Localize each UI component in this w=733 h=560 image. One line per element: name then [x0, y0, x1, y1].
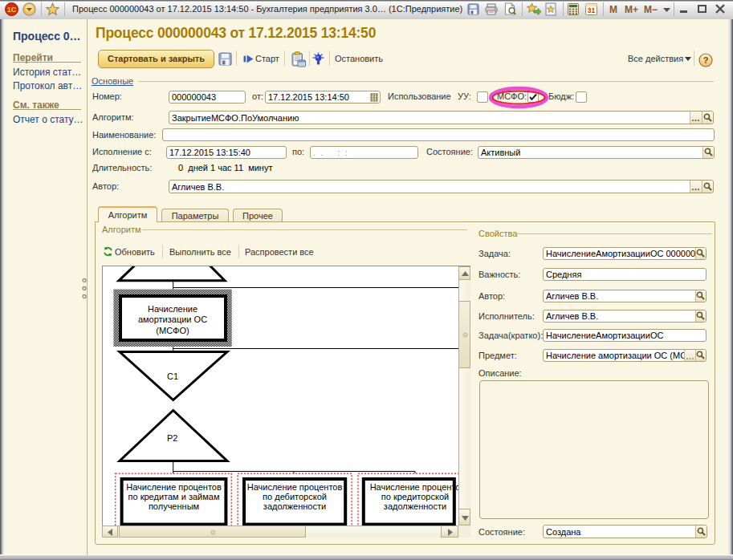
svg-text:задолженности: задолженности [263, 501, 326, 511]
svg-text:Р2: Р2 [167, 433, 177, 443]
svg-text:амортизации ОС: амортизации ОС [138, 314, 207, 324]
svg-text:по дебиторской: по дебиторской [263, 492, 327, 501]
svg-text:Начисление процентов: Начисление процентов [247, 482, 343, 492]
svg-text:1С: 1С [7, 6, 17, 14]
svg-text:по кредитам и займам: по кредитам и займам [128, 492, 220, 501]
svg-text:31: 31 [588, 6, 596, 14]
svg-text:С1: С1 [167, 371, 178, 381]
svg-text:(МСФО): (МСФО) [156, 326, 189, 335]
svg-text:полученным: полученным [149, 501, 199, 511]
svg-text:Начисление: Начисление [148, 304, 198, 314]
svg-text:по кредиторской: по кредиторской [381, 492, 449, 501]
svg-text:Начисление проценто: Начисление проценто [370, 482, 458, 492]
svg-text:Начисление процентов: Начисление процентов [126, 482, 222, 492]
svg-text:задолженности: задолженности [384, 501, 446, 511]
svg-text:?: ? [703, 55, 709, 65]
